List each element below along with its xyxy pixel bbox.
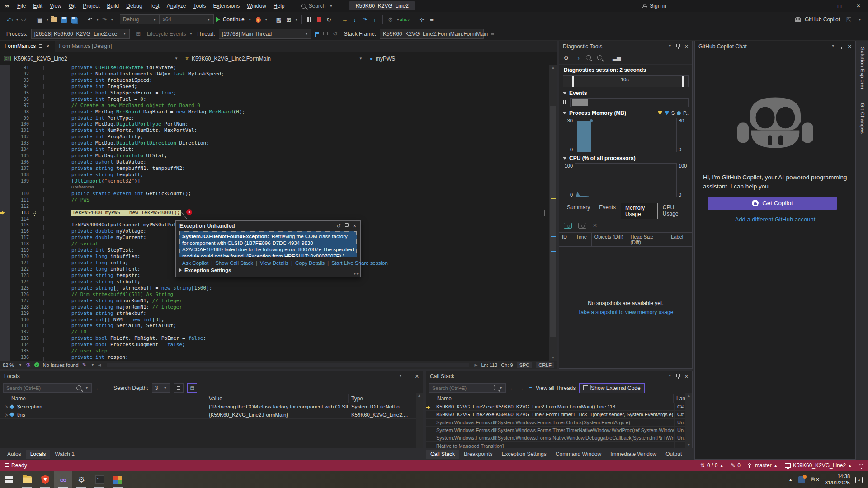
code-line-105[interactable]: 105private MccDaq.ErrorInfo ULStat; xyxy=(0,153,549,159)
locals-search-box[interactable]: ▼ xyxy=(3,383,92,393)
callstack-search-input[interactable] xyxy=(432,385,491,391)
solution-name-badge[interactable]: K59K60_K2VG_Line2 xyxy=(349,1,415,10)
exception-action-show-call-stack[interactable]: Show Call Stack xyxy=(215,260,253,266)
menu-extensions[interactable]: Extensions xyxy=(209,0,243,12)
configuration-dropdown[interactable]: Debug▼ xyxy=(120,14,160,24)
panel-tab-autos[interactable]: Autos xyxy=(3,450,26,459)
document-outline-icon[interactable]: ▩ xyxy=(274,14,284,25)
editor-vertical-scrollbar[interactable]: ▲ ▼ xyxy=(549,65,557,361)
close-button[interactable]: ✕ xyxy=(849,0,868,12)
code-line-95[interactable]: 95private bool StopSpeedError = true; xyxy=(0,90,549,96)
window-menu-icon[interactable]: ▼ xyxy=(399,374,402,380)
close-icon[interactable]: ✕ xyxy=(353,223,357,229)
filter-threads-icon[interactable]: ↺ xyxy=(330,28,340,39)
locals-row--exception[interactable]: ▷$exception{"Retrieving the COM class fa… xyxy=(0,403,423,411)
close-icon[interactable]: ✕ xyxy=(684,44,689,50)
hscroll-left-icon[interactable]: ◀ xyxy=(98,363,101,367)
code-line-133[interactable]: 133private bool PbLeft, PbRight, PbEmer … xyxy=(0,335,549,342)
zoom-out-icon[interactable] xyxy=(597,55,602,61)
code-line-107[interactable]: 107private string tempbuffN1, tempbuffN2… xyxy=(0,165,549,172)
chart-icon[interactable]: ▁▃▅ xyxy=(609,55,621,61)
minimize-button[interactable]: – xyxy=(811,0,830,12)
file-explorer-button[interactable] xyxy=(18,471,36,488)
hscroll-right-icon[interactable]: ▶ xyxy=(475,363,478,367)
solution-explorer-tab[interactable]: Solution Explorer xyxy=(860,47,865,89)
action-center-icon[interactable]: 3 xyxy=(855,477,863,483)
highlighted-statement[interactable]: TekPWS4000 myPWS = new TekPWS4000(); xyxy=(71,210,181,216)
menu-debug[interactable]: Debug xyxy=(123,0,146,12)
visual-studio-button[interactable]: ∞ xyxy=(54,471,72,488)
photos-app-button[interactable] xyxy=(108,471,127,488)
line-ending-indicator[interactable]: CRLF xyxy=(536,362,554,368)
exception-message[interactable]: System.IO.FileNotFoundException: 'Retrie… xyxy=(179,231,357,257)
hot-reload-icon[interactable] xyxy=(254,14,264,25)
project-dropdown[interactable]: C# K59K60_K2VG_Line2 ▼ xyxy=(0,56,182,62)
compare-icon[interactable]: ⊹ xyxy=(417,14,427,25)
thread-dropdown[interactable]: [19768] Main Thread▼ xyxy=(219,29,311,39)
code-line-126[interactable]: 126// Dim strhexbuffN1(511) As String xyxy=(0,291,549,298)
code-line-128[interactable]: 128private string majorRomN1; // Integer xyxy=(0,304,549,310)
show-next-statement-icon[interactable]: → xyxy=(340,14,350,25)
pin-icon[interactable] xyxy=(676,44,680,47)
panel-tab-immediate-window[interactable]: Immediate Window xyxy=(606,450,661,459)
search-control[interactable]: Search ▼ xyxy=(301,3,333,9)
step-over-icon[interactable]: ↷ xyxy=(360,14,370,25)
horizontal-scrollbar[interactable] xyxy=(107,363,469,367)
code-line-108[interactable]: 108private string tempbuff; xyxy=(0,172,549,178)
snapshot-col-label[interactable]: Label xyxy=(668,233,692,246)
spell-check-icon[interactable]: abc✓ xyxy=(400,14,411,25)
window-menu-icon[interactable]: ▼ xyxy=(668,374,672,380)
tray-app-icon[interactable] xyxy=(798,476,805,483)
add-github-account-link[interactable]: Add a different GitHub account xyxy=(695,216,855,223)
menu-analyze[interactable]: Analyze xyxy=(163,0,190,12)
code-line-102[interactable]: 102private int ProgAbility; xyxy=(0,134,549,140)
history-icon[interactable]: ↺ xyxy=(337,223,341,229)
snapshot-col-objects-diff-[interactable]: Objects (Diff) xyxy=(592,233,628,246)
code-line-125[interactable]: 125private string[] strhexbuff = new str… xyxy=(0,285,549,291)
pending-changes[interactable]: ✎ 0 xyxy=(731,462,741,469)
diag-tab-cpu-usage[interactable]: CPU Usage xyxy=(659,203,689,219)
lifecycle-events-dropdown[interactable]: Lifecycle Events▼ xyxy=(147,31,193,37)
exception-action-copy-details[interactable]: Copy Details xyxy=(295,260,325,266)
stop-debugging-icon[interactable] xyxy=(314,14,324,25)
settings-button[interactable]: ⚙ xyxy=(72,471,90,488)
callstack-frame-1[interactable]: K59K60_K2VG_Line2.exe!K59K60_K2VG_Line2.… xyxy=(426,411,692,418)
toolbar-overflow-icon[interactable]: ≡ xyxy=(487,28,497,39)
take-snapshot-link[interactable]: Take a snapshot to view memory usage xyxy=(559,308,692,317)
diagnostics-timeline[interactable]: 10s xyxy=(563,75,689,87)
process-dropdown[interactable]: [26528] K59K60_K2VG_Line2.exe▼ xyxy=(31,29,130,39)
menu-build[interactable]: Build xyxy=(104,0,123,12)
code-line-100[interactable]: 100private MccDaq.DigitalPortType PortNu… xyxy=(0,121,549,127)
snapshot-col-time[interactable]: Time xyxy=(573,233,592,246)
menu-test[interactable]: Test xyxy=(146,0,163,12)
locals-row-this[interactable]: ▷this{K59K60_K2VG_Line2.FormMain}K59K60_… xyxy=(0,411,423,419)
zoom-level[interactable]: 82 % xyxy=(3,362,14,368)
hidden-icons-chevron[interactable]: ▲ xyxy=(788,477,793,482)
code-line-104[interactable]: 104private int FirstBit; xyxy=(0,146,549,153)
start-button[interactable] xyxy=(0,471,18,488)
navigate-forward-icon[interactable]: ⤻ xyxy=(19,14,29,25)
panel-tab-exception-settings[interactable]: Exception Settings xyxy=(497,450,551,459)
panel-tab-command-window[interactable]: Command Window xyxy=(551,450,606,459)
callstack-scrollbar[interactable]: ▲ ▼ xyxy=(685,393,692,448)
lightbulb-icon[interactable] xyxy=(33,211,36,214)
delete-snapshot-icon[interactable]: ✕ xyxy=(593,222,597,229)
document-tab-formmain-cs-design-[interactable]: FormMain.cs [Design] xyxy=(55,41,117,52)
menu-edit[interactable]: Edit xyxy=(29,0,46,12)
exception-action-view-details[interactable]: View Details xyxy=(260,260,288,266)
show-external-code-button[interactable]: Show External Code xyxy=(579,383,644,393)
collapse-icon[interactable] xyxy=(563,112,566,114)
timeline-range-end[interactable] xyxy=(682,76,684,87)
code-line-132[interactable]: 132// IO xyxy=(0,329,549,335)
repo-selector[interactable]: K59K60_K2VG_Line2 ▲ xyxy=(785,462,852,469)
code-line-93[interactable]: 93private int frekuensiSpeed; xyxy=(0,77,549,84)
next-result-icon[interactable]: → xyxy=(519,385,524,391)
restore-button[interactable]: ◻ xyxy=(830,0,849,12)
branch-selector[interactable]: master ▲ xyxy=(748,462,778,469)
issues-label[interactable]: No issues found xyxy=(43,362,79,368)
code-line-111[interactable]: 111// PWS xyxy=(0,197,549,203)
flag-icon[interactable] xyxy=(315,32,319,36)
collapse-icon[interactable] xyxy=(563,157,566,160)
compare-snapshot-icon[interactable] xyxy=(578,223,586,229)
panel-tab-locals[interactable]: Locals xyxy=(26,450,51,459)
